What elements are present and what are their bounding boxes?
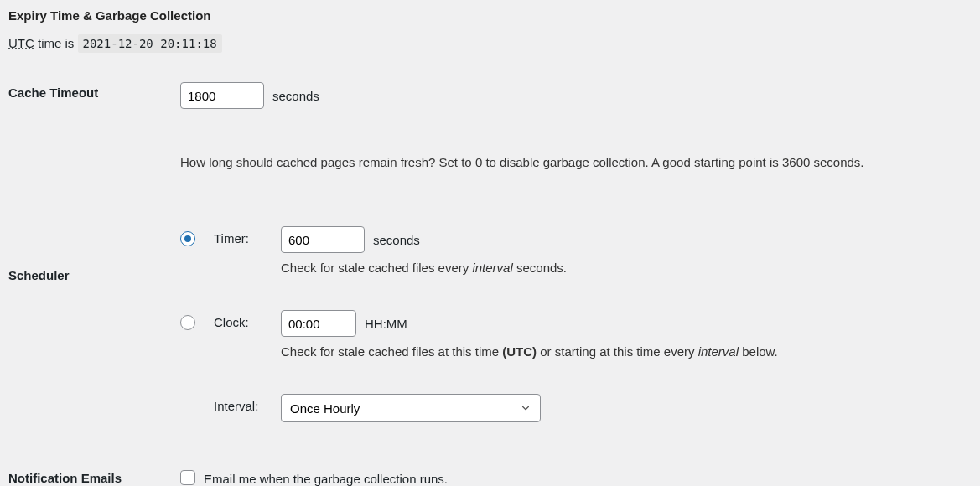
scheduler-clock-name: Clock:	[214, 310, 264, 329]
section-title: Expiry Time & Garbage Collection	[8, 8, 972, 23]
scheduler-interval-name: Interval:	[214, 394, 264, 413]
scheduler-timer-radio[interactable]	[180, 231, 195, 246]
scheduler-clock-unit: HH:MM	[365, 317, 407, 331]
cache-timeout-input[interactable]	[180, 82, 264, 109]
scheduler-clock-input[interactable]	[281, 310, 356, 337]
scheduler-clock-desc: Check for stale cached files at this tim…	[281, 342, 963, 362]
utc-timestamp: 2021-12-20 20:11:18	[78, 34, 222, 53]
cache-timeout-label: Cache Timeout	[8, 69, 172, 186]
scheduler-timer-desc: Check for stale cached files every inter…	[281, 258, 963, 278]
utc-time-line: UTC time is 2021-12-20 20:11:18	[8, 36, 972, 50]
scheduler-clock-radio[interactable]	[180, 315, 195, 330]
notification-label: Notification Emails	[8, 436, 172, 486]
utc-abbr: UTC	[8, 36, 34, 50]
notification-checkbox-label: Email me when the garbage collection run…	[204, 472, 448, 486]
scheduler-label: Scheduler	[8, 186, 172, 436]
notification-checkbox[interactable]	[180, 470, 195, 485]
cache-timeout-help: How long should cached pages remain fres…	[180, 153, 963, 173]
scheduler-interval-select[interactable]: Once Hourly	[281, 394, 541, 422]
utc-middle: time is	[34, 36, 78, 50]
scheduler-timer-input[interactable]	[281, 226, 365, 253]
cache-timeout-unit: seconds	[272, 89, 319, 103]
scheduler-timer-unit: seconds	[373, 233, 420, 247]
scheduler-timer-name: Timer:	[214, 226, 264, 246]
